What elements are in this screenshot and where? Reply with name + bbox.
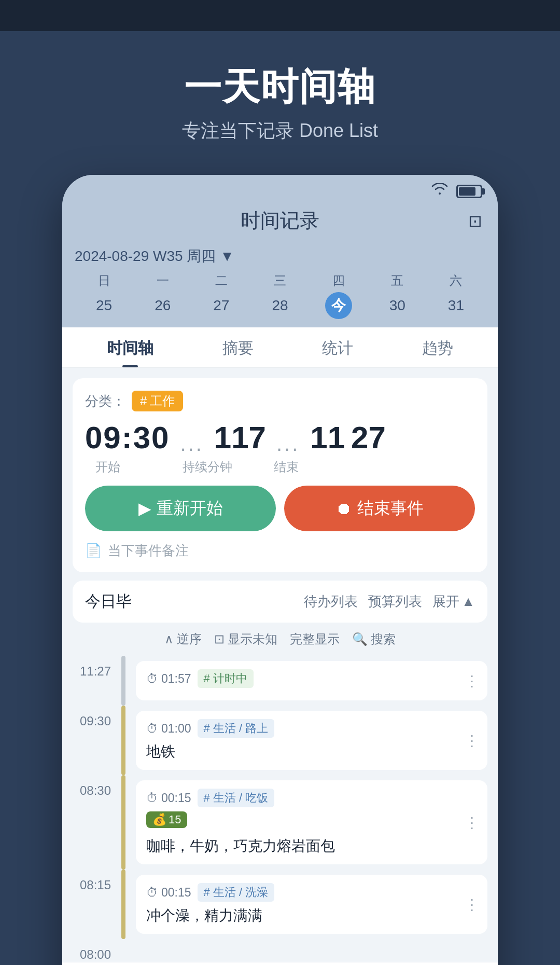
time-label-0815: 08:15 [73,870,119,939]
dropdown-icon[interactable]: ▼ [220,248,234,265]
week-date-text: 2024-08-29 W35 周四 [75,246,216,266]
end-time-m: 27 [351,420,386,456]
note-row[interactable]: 📄 当下事件备注 [85,542,475,560]
category-name: 工作 [150,393,175,409]
week-days: 日 25 一 26 二 27 三 28 四 今 五 30 [75,272,485,319]
filter-full-display[interactable]: 完整显示 [290,631,340,647]
page-subtitle: 专注当下记录 Done List [182,118,378,144]
day-mon[interactable]: 一 26 [149,272,176,319]
event-entry-2[interactable]: ⏱ 01:00 # 生活 / 路上 地铁 ⋮ [136,711,487,770]
expand-chevron-icon: ▲ [461,594,475,610]
today-done-title: 今日毕 [85,591,132,612]
show-unknown-label: 显示未知 [228,631,277,647]
time-label-0930: 09:30 [73,706,119,775]
more-icon-3[interactable]: ⋮ [465,814,479,831]
event-title-4: 冲个澡，精力满满 [146,906,477,926]
day-sun[interactable]: 日 25 [91,272,118,319]
timeline-bar-2 [121,706,125,775]
tab-stats[interactable]: 统计 [322,338,353,367]
end-event-button[interactable]: ⏺ 结束事件 [284,486,475,531]
app-title: 时间记录 [99,208,461,234]
time-label-1127: 11:27 [73,656,119,706]
day-fri[interactable]: 五 30 [384,272,411,319]
budget-list-link[interactable]: 预算列表 [368,592,422,611]
note-icon: 📄 [85,543,102,559]
restart-label: 重新开始 [157,497,223,520]
event-meta-4: ⏱ 00:15 # 生活 / 洗澡 [146,883,477,902]
day-name-sat: 六 [450,272,462,289]
note-placeholder: 当下事件备注 [108,542,189,560]
category-row: 分类： # 工作 [85,391,475,411]
action-btns: ▶ 重新开始 ⏺ 结束事件 [85,486,475,531]
todo-list-link[interactable]: 待办列表 [304,592,358,611]
day-sat[interactable]: 六 31 [442,272,469,319]
event-meta-2: ⏱ 01:00 # 生活 / 路上 [146,719,477,738]
event-title-2: 地铁 [146,742,477,762]
category-label: 分类： [85,392,125,410]
clock-icon-1: ⏱ [146,672,158,686]
event-title-3: 咖啡，牛奶，巧克力熔岩面包 [146,836,477,856]
end-time: 11 27 [310,420,386,456]
tag-life-bath: # 生活 / 洗澡 [198,883,275,902]
clock-icon-2: ⏱ [146,722,158,736]
timeline-item-0815: 08:15 ⏱ 00:15 # 生活 / 洗澡 冲个澡，精力满满 ⋮ [73,870,487,939]
day-num-27: 27 [208,292,235,319]
today-done-header: 今日毕 待办列表 预算列表 展开 ▲ [73,581,487,623]
more-icon-2[interactable]: ⋮ [465,732,479,749]
category-hash: # [140,394,147,408]
tab-summary[interactable]: 摘要 [222,338,254,367]
day-thu[interactable]: 四 今 [325,272,352,319]
page-title: 一天时间轴 [182,62,378,112]
event-card: 分类： # 工作 09:30 ... 117 ... 11 27 开始 持续分钟 [73,378,487,572]
restart-button[interactable]: ▶ 重新开始 [85,486,276,531]
day-num-28: 28 [267,292,293,319]
battery-icon [456,185,482,198]
expand-button[interactable]: 展开 ▲ [432,592,475,611]
filter-show-unknown[interactable]: ⊡ 显示未知 [214,631,277,647]
tag-life-eat: # 生活 / 吃饭 [198,789,275,807]
day-wed[interactable]: 三 28 [267,272,293,319]
timeline-bar-1 [121,656,125,706]
header-section: 一天时间轴 专注当下记录 Done List [161,31,399,164]
battery-fill [459,187,475,196]
money-badge: 💰 15 [146,811,187,828]
day-num-26: 26 [149,292,176,319]
day-name-fri: 五 [391,272,403,289]
event-entry-1[interactable]: ⏱ 01:57 # 计时中 ⋮ [136,661,487,700]
full-display-label: 完整显示 [290,631,340,647]
status-bar [62,175,498,203]
timeline-container: 11:27 ⏱ 01:57 # 计时中 ⋮ 09: [62,656,498,962]
line-col-4 [119,870,128,939]
app-header: 时间记录 ⊡ [62,203,498,242]
tab-timeline[interactable]: 时间轴 [107,338,153,367]
clock-icon-3: ⏱ [146,791,158,805]
timeline-item-1127: 11:27 ⏱ 01:57 # 计时中 ⋮ [73,656,487,706]
time-labels: 开始 持续分钟 结束 [85,459,475,475]
week-info: 2024-08-29 W35 周四 ▼ [75,246,485,266]
category-badge[interactable]: # 工作 [132,391,183,411]
dots1: ... [180,432,203,456]
clock-icon-4: ⏱ [146,886,158,900]
duration: 117 [214,420,266,456]
day-name-thu: 四 [332,272,345,289]
expand-icon[interactable]: ⊡ [461,211,482,231]
tabs-bar: 时间轴 摘要 统计 趋势 [62,327,498,368]
expand-label: 展开 [432,592,459,611]
day-tue[interactable]: 二 27 [208,272,235,319]
filter-reverse[interactable]: ∧ 逆序 [164,631,202,647]
more-icon-1[interactable]: ⋮ [465,672,479,690]
tab-trend[interactable]: 趋势 [422,338,453,367]
filter-search[interactable]: 🔍 搜索 [352,631,396,647]
dots2: ... [276,432,300,456]
event-entry-4[interactable]: ⏱ 00:15 # 生活 / 洗澡 冲个澡，精力满满 ⋮ [136,875,487,934]
time-row: 09:30 ... 117 ... 11 27 [85,420,475,456]
timeline-item-0830: 08:30 ⏱ 00:15 # 生活 / 吃饭 💰 [73,775,487,870]
timeline-item-0930: 09:30 ⏱ 01:00 # 生活 / 路上 地铁 ⋮ [73,706,487,775]
tag-life-road: # 生活 / 路上 [198,719,275,738]
more-icon-4[interactable]: ⋮ [465,896,479,913]
day-num-29-today: 今 [325,292,352,319]
today-done-actions: 待办列表 预算列表 展开 ▲ [304,592,475,611]
duration-2: ⏱ 01:00 [146,722,191,736]
timeline-bar-3 [121,775,125,870]
event-entry-3[interactable]: ⏱ 00:15 # 生活 / 吃饭 💰 15 咖啡，牛奶，巧克力熔岩面包 ⋮ [136,780,487,864]
